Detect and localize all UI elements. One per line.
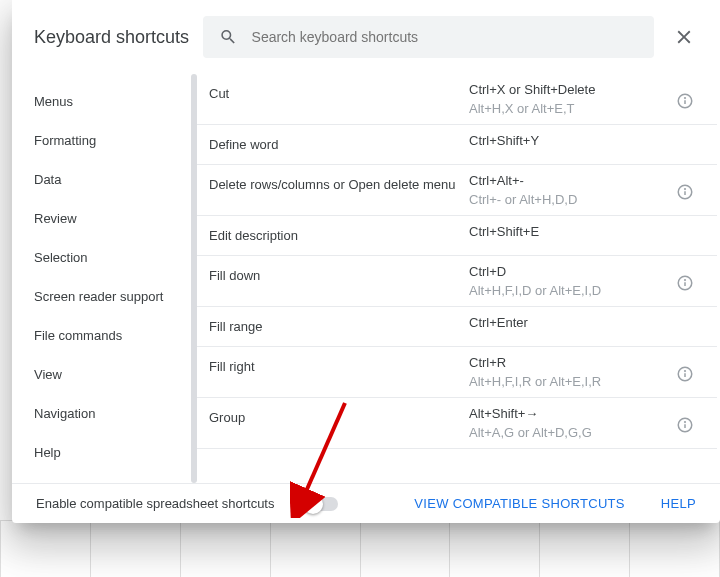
sidebar-item-formatting[interactable]: Formatting [12,121,197,160]
sidebar-item-view[interactable]: View [12,355,197,394]
info-cell [673,74,697,110]
shortcut-row: Define wordCtrl+Shift+Y [197,125,717,165]
svg-point-11 [685,371,686,372]
shortcuts-list[interactable]: CutCtrl+X or Shift+DeleteAlt+H,X or Alt+… [197,74,720,483]
info-cell [673,398,697,434]
info-icon[interactable] [676,416,694,434]
toggle-label: Enable compatible spreadsheet shortcuts [36,496,274,511]
shortcut-primary: Alt+Shift+→ [469,406,673,421]
shortcut-alt: Alt+A,G or Alt+D,G,G [469,425,673,440]
shortcut-row: Edit descriptionCtrl+Shift+E [197,216,717,256]
shortcut-primary: Ctrl+Shift+E [469,224,673,239]
shortcut-primary: Ctrl+Enter [469,315,673,330]
view-compatible-link[interactable]: VIEW COMPATIBLE SHORTCUTS [414,496,624,511]
shortcut-primary: Ctrl+R [469,355,673,370]
shortcut-action: Cut [209,74,469,113]
keyboard-shortcuts-dialog: Keyboard shortcuts MenusFormattingDataRe… [12,0,720,523]
search-icon [219,27,237,47]
shortcut-keys: Ctrl+DAlt+H,F,I,D or Alt+E,I,D [469,256,673,306]
shortcut-alt: Ctrl+- or Alt+H,D,D [469,192,673,207]
shortcut-keys: Alt+Shift+→Alt+A,G or Alt+D,G,G [469,398,673,448]
shortcut-action: Fill down [209,256,469,295]
close-icon [673,26,695,48]
shortcut-row: Fill rangeCtrl+Enter [197,307,717,347]
help-link[interactable]: HELP [661,496,696,511]
search-input[interactable] [252,29,638,45]
info-cell [673,347,697,383]
svg-point-8 [685,280,686,281]
sidebar-item-menus[interactable]: Menus [12,82,197,121]
dialog-body: MenusFormattingDataReviewSelectionScreen… [12,74,720,483]
sidebar-item-data[interactable]: Data [12,160,197,199]
sidebar-item-file-commands[interactable]: File commands [12,316,197,355]
info-cell [673,165,697,201]
category-sidebar: MenusFormattingDataReviewSelectionScreen… [12,74,197,483]
shortcut-primary: Ctrl+X or Shift+Delete [469,82,673,97]
sidebar-item-selection[interactable]: Selection [12,238,197,277]
shortcut-action: Group [209,398,469,437]
shortcut-keys: Ctrl+Shift+Y [469,125,673,160]
search-box[interactable] [203,16,654,58]
close-button[interactable] [664,17,704,57]
svg-point-5 [685,189,686,190]
info-cell [673,256,697,292]
shortcut-action: Delete rows/columns or Open delete menu [209,165,469,204]
info-cell [673,125,697,143]
shortcut-keys: Ctrl+Enter [469,307,673,342]
shortcut-keys: Ctrl+X or Shift+DeleteAlt+H,X or Alt+E,T [469,74,673,124]
shortcut-primary: Ctrl+D [469,264,673,279]
dialog-header: Keyboard shortcuts [12,0,720,74]
shortcut-alt: Alt+H,F,I,D or Alt+E,I,D [469,283,673,298]
toggle-knob [303,494,323,514]
info-cell [673,216,697,234]
shortcut-primary: Ctrl+Shift+Y [469,133,673,148]
sidebar-item-navigation[interactable]: Navigation [12,394,197,433]
shortcut-action: Fill range [209,307,469,346]
compatible-shortcuts-toggle[interactable] [304,497,338,511]
shortcut-row: Fill rightCtrl+RAlt+H,F,I,R or Alt+E,I,R [197,347,717,398]
shortcut-alt: Alt+H,F,I,R or Alt+E,I,R [469,374,673,389]
info-icon[interactable] [676,365,694,383]
shortcut-row: CutCtrl+X or Shift+DeleteAlt+H,X or Alt+… [197,74,717,125]
svg-point-14 [685,422,686,423]
shortcut-action: Fill right [209,347,469,386]
shortcut-action: Define word [209,125,469,164]
info-icon[interactable] [676,92,694,110]
shortcut-alt: Alt+H,X or Alt+E,T [469,101,673,116]
shortcut-row: GroupAlt+Shift+→Alt+A,G or Alt+D,G,G [197,398,717,449]
shortcut-primary: Ctrl+Alt+- [469,173,673,188]
sidebar-item-screen-reader-support[interactable]: Screen reader support [12,277,197,316]
shortcut-keys: Ctrl+Alt+-Ctrl+- or Alt+H,D,D [469,165,673,215]
shortcut-keys: Ctrl+Shift+E [469,216,673,251]
shortcut-row: Delete rows/columns or Open delete menuC… [197,165,717,216]
sidebar-item-help[interactable]: Help [12,433,197,472]
info-cell [673,307,697,325]
dialog-footer: Enable compatible spreadsheet shortcuts … [12,483,720,523]
sidebar-item-review[interactable]: Review [12,199,197,238]
shortcut-keys: Ctrl+RAlt+H,F,I,R or Alt+E,I,R [469,347,673,397]
dialog-title: Keyboard shortcuts [34,27,189,48]
info-icon[interactable] [676,183,694,201]
shortcut-row: Fill downCtrl+DAlt+H,F,I,D or Alt+E,I,D [197,256,717,307]
info-icon[interactable] [676,274,694,292]
shortcut-action: Edit description [209,216,469,255]
svg-point-2 [685,98,686,99]
